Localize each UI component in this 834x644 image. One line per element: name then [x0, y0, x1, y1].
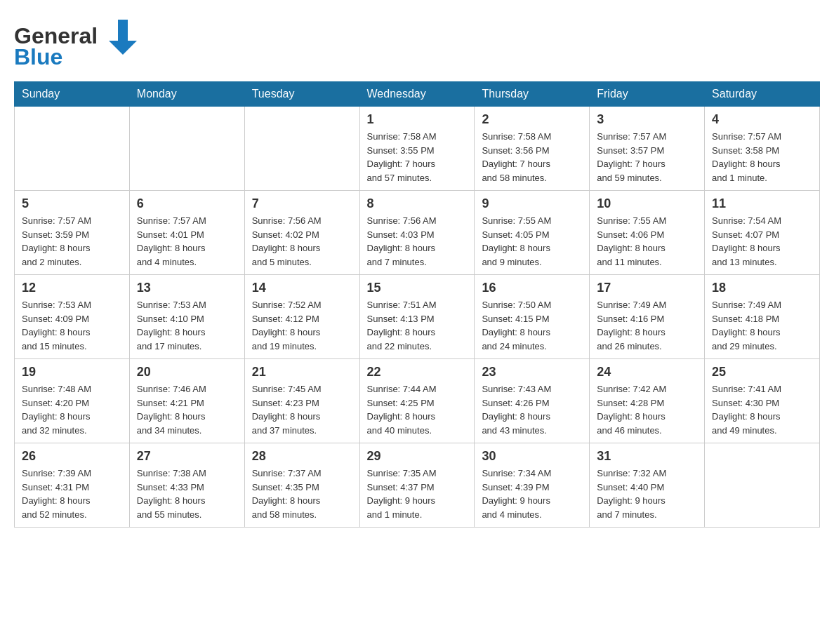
day-number: 18 [712, 281, 812, 295]
calendar-cell: 19Sunrise: 7:48 AMSunset: 4:20 PMDayligh… [15, 359, 130, 443]
calendar-cell: 16Sunrise: 7:50 AMSunset: 4:15 PMDayligh… [475, 275, 590, 359]
calendar-cell: 2Sunrise: 7:58 AMSunset: 3:56 PMDaylight… [475, 107, 590, 191]
day-info: Sunrise: 7:53 AMSunset: 4:10 PMDaylight:… [137, 298, 237, 353]
calendar-cell: 21Sunrise: 7:45 AMSunset: 4:23 PMDayligh… [244, 359, 359, 443]
day-info: Sunrise: 7:49 AMSunset: 4:18 PMDaylight:… [712, 298, 812, 353]
calendar-cell [705, 443, 820, 528]
day-info: Sunrise: 7:45 AMSunset: 4:23 PMDaylight:… [252, 382, 352, 437]
day-info: Sunrise: 7:49 AMSunset: 4:16 PMDaylight:… [597, 298, 697, 353]
calendar-cell: 15Sunrise: 7:51 AMSunset: 4:13 PMDayligh… [359, 275, 475, 359]
day-number: 26 [22, 449, 122, 464]
svg-marker-1 [109, 20, 137, 55]
day-of-week-header: Thursday [475, 82, 590, 107]
day-info: Sunrise: 7:54 AMSunset: 4:07 PMDaylight:… [712, 214, 812, 269]
day-info: Sunrise: 7:56 AMSunset: 4:02 PMDaylight:… [252, 214, 352, 269]
calendar-cell: 23Sunrise: 7:43 AMSunset: 4:26 PMDayligh… [475, 359, 590, 443]
day-number: 31 [597, 449, 697, 464]
calendar-cell: 31Sunrise: 7:32 AMSunset: 4:40 PMDayligh… [590, 443, 705, 528]
day-info: Sunrise: 7:34 AMSunset: 4:39 PMDaylight:… [482, 467, 582, 521]
day-info: Sunrise: 7:56 AMSunset: 4:03 PMDaylight:… [367, 214, 468, 269]
day-number: 16 [482, 281, 582, 295]
day-info: Sunrise: 7:32 AMSunset: 4:40 PMDaylight:… [597, 467, 697, 521]
day-number: 2 [482, 112, 582, 127]
day-info: Sunrise: 7:57 AMSunset: 3:59 PMDaylight:… [22, 214, 122, 269]
day-number: 15 [367, 281, 468, 295]
calendar-week-row: 12Sunrise: 7:53 AMSunset: 4:09 PMDayligh… [15, 275, 820, 359]
day-number: 12 [22, 281, 122, 295]
day-number: 5 [22, 196, 122, 211]
day-number: 25 [712, 365, 812, 380]
day-number: 7 [252, 196, 352, 211]
day-info: Sunrise: 7:53 AMSunset: 4:09 PMDaylight:… [22, 298, 122, 353]
day-info: Sunrise: 7:41 AMSunset: 4:30 PMDaylight:… [712, 382, 812, 437]
day-number: 1 [367, 112, 468, 127]
day-of-week-header: Friday [590, 82, 705, 107]
day-info: Sunrise: 7:48 AMSunset: 4:20 PMDaylight:… [22, 382, 122, 437]
day-number: 6 [137, 196, 237, 211]
calendar-cell: 3Sunrise: 7:57 AMSunset: 3:57 PMDaylight… [590, 107, 705, 191]
calendar-cell: 8Sunrise: 7:56 AMSunset: 4:03 PMDaylight… [359, 191, 475, 275]
day-number: 28 [252, 449, 352, 464]
day-info: Sunrise: 7:52 AMSunset: 4:12 PMDaylight:… [252, 298, 352, 353]
svg-text:Blue: Blue [14, 44, 62, 69]
day-info: Sunrise: 7:57 AMSunset: 3:58 PMDaylight:… [712, 130, 812, 185]
calendar-cell [15, 107, 130, 191]
day-number: 4 [712, 112, 812, 127]
calendar-week-row: 5Sunrise: 7:57 AMSunset: 3:59 PMDaylight… [15, 191, 820, 275]
calendar-cell: 27Sunrise: 7:38 AMSunset: 4:33 PMDayligh… [129, 443, 244, 528]
day-number: 21 [252, 365, 352, 380]
calendar-cell: 10Sunrise: 7:55 AMSunset: 4:06 PMDayligh… [590, 191, 705, 275]
day-info: Sunrise: 7:44 AMSunset: 4:25 PMDaylight:… [367, 382, 468, 437]
calendar-cell: 28Sunrise: 7:37 AMSunset: 4:35 PMDayligh… [244, 443, 359, 528]
day-number: 13 [137, 281, 237, 295]
page-header: General Blue [14, 14, 820, 74]
day-of-week-header: Saturday [705, 82, 820, 107]
calendar-cell [129, 107, 244, 191]
calendar-week-row: 1Sunrise: 7:58 AMSunset: 3:55 PMDaylight… [15, 107, 820, 191]
calendar-cell: 11Sunrise: 7:54 AMSunset: 4:07 PMDayligh… [705, 191, 820, 275]
calendar-cell: 25Sunrise: 7:41 AMSunset: 4:30 PMDayligh… [705, 359, 820, 443]
day-number: 11 [712, 196, 812, 211]
calendar-cell: 6Sunrise: 7:57 AMSunset: 4:01 PMDaylight… [129, 191, 244, 275]
calendar-cell: 4Sunrise: 7:57 AMSunset: 3:58 PMDaylight… [705, 107, 820, 191]
day-info: Sunrise: 7:42 AMSunset: 4:28 PMDaylight:… [597, 382, 697, 437]
day-number: 10 [597, 196, 697, 211]
day-number: 19 [22, 365, 122, 380]
day-number: 14 [252, 281, 352, 295]
day-info: Sunrise: 7:57 AMSunset: 3:57 PMDaylight:… [597, 130, 697, 185]
calendar-cell: 12Sunrise: 7:53 AMSunset: 4:09 PMDayligh… [15, 275, 130, 359]
day-of-week-header: Tuesday [244, 82, 359, 107]
day-number: 9 [482, 196, 582, 211]
day-number: 27 [137, 449, 237, 464]
day-info: Sunrise: 7:46 AMSunset: 4:21 PMDaylight:… [137, 382, 237, 437]
day-number: 30 [482, 449, 582, 464]
calendar-cell: 13Sunrise: 7:53 AMSunset: 4:10 PMDayligh… [129, 275, 244, 359]
calendar-header-row: SundayMondayTuesdayWednesdayThursdayFrid… [15, 82, 820, 107]
day-info: Sunrise: 7:38 AMSunset: 4:33 PMDaylight:… [137, 467, 237, 521]
calendar-cell: 7Sunrise: 7:56 AMSunset: 4:02 PMDaylight… [244, 191, 359, 275]
calendar-cell: 18Sunrise: 7:49 AMSunset: 4:18 PMDayligh… [705, 275, 820, 359]
day-number: 22 [367, 365, 468, 380]
calendar-cell: 24Sunrise: 7:42 AMSunset: 4:28 PMDayligh… [590, 359, 705, 443]
day-number: 24 [597, 365, 697, 380]
calendar-cell [244, 107, 359, 191]
calendar-table: SundayMondayTuesdayWednesdayThursdayFrid… [14, 81, 820, 528]
calendar-cell: 1Sunrise: 7:58 AMSunset: 3:55 PMDaylight… [359, 107, 475, 191]
day-of-week-header: Monday [129, 82, 244, 107]
calendar-week-row: 26Sunrise: 7:39 AMSunset: 4:31 PMDayligh… [15, 443, 820, 528]
calendar-cell: 30Sunrise: 7:34 AMSunset: 4:39 PMDayligh… [475, 443, 590, 528]
day-info: Sunrise: 7:57 AMSunset: 4:01 PMDaylight:… [137, 214, 237, 269]
calendar-cell: 29Sunrise: 7:35 AMSunset: 4:37 PMDayligh… [359, 443, 475, 528]
day-info: Sunrise: 7:51 AMSunset: 4:13 PMDaylight:… [367, 298, 468, 353]
day-info: Sunrise: 7:50 AMSunset: 4:15 PMDaylight:… [482, 298, 582, 353]
day-info: Sunrise: 7:35 AMSunset: 4:37 PMDaylight:… [367, 467, 468, 521]
calendar-week-row: 19Sunrise: 7:48 AMSunset: 4:20 PMDayligh… [15, 359, 820, 443]
calendar-cell: 17Sunrise: 7:49 AMSunset: 4:16 PMDayligh… [590, 275, 705, 359]
day-number: 20 [137, 365, 237, 380]
calendar-cell: 9Sunrise: 7:55 AMSunset: 4:05 PMDaylight… [475, 191, 590, 275]
calendar-cell: 5Sunrise: 7:57 AMSunset: 3:59 PMDaylight… [15, 191, 130, 275]
day-number: 3 [597, 112, 697, 127]
day-info: Sunrise: 7:37 AMSunset: 4:35 PMDaylight:… [252, 467, 352, 521]
calendar-cell: 14Sunrise: 7:52 AMSunset: 4:12 PMDayligh… [244, 275, 359, 359]
logo: General Blue [14, 14, 154, 73]
